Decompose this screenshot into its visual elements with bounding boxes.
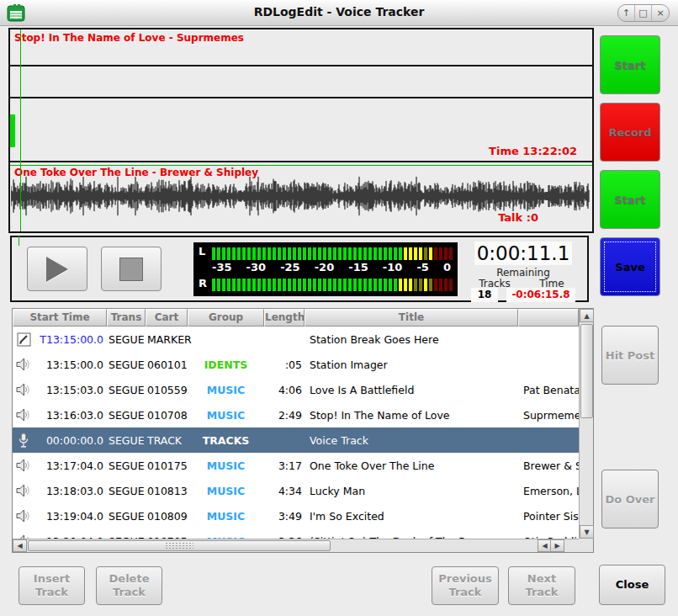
- vertical-scrollbar[interactable]: ▲ ▼: [579, 309, 593, 539]
- remaining-tracks-value: 18: [471, 288, 498, 302]
- meter-segment: [252, 247, 256, 260]
- meter-segment: [262, 247, 266, 260]
- cell-trans: SEGUE: [107, 459, 146, 472]
- meter-segment: [237, 279, 241, 291]
- next-track-button[interactable]: Next Track: [508, 566, 575, 605]
- speaker-icon: [13, 459, 34, 472]
- log-event-table: Start TimeTransCartGroupLengthTitle T13:…: [12, 308, 594, 553]
- table-rows: T13:15:00.0SEGUEMARKERStation Break Goes…: [13, 327, 579, 540]
- cell-cart: TRACK: [146, 434, 188, 447]
- close-window-button[interactable]: ×: [652, 5, 669, 21]
- close-button[interactable]: Close: [599, 565, 665, 605]
- cell-length: 3:49: [264, 510, 305, 523]
- cell-title: One Toke Over The Line: [305, 459, 518, 472]
- column-header-group[interactable]: Group: [188, 309, 264, 327]
- scroll-up-button[interactable]: ▲: [580, 309, 594, 322]
- cell-trans: SEGUE: [107, 333, 146, 346]
- meter-scale-label: -35: [212, 261, 232, 276]
- meter-segment: [222, 279, 225, 291]
- meter-segment: [267, 279, 271, 291]
- meter-segment: [449, 279, 453, 291]
- meter-segment: [343, 279, 347, 291]
- meter-segment: [389, 247, 392, 260]
- title-bar: RDLogEdit - Voice Tracker ↑ □ ×: [0, 0, 678, 26]
- cell-group: MUSIC: [188, 485, 264, 497]
- log-row[interactable]: 00:00:00.0SEGUETRACKTRACKSVoice Track: [13, 427, 579, 453]
- log-row[interactable]: 13:16:03.0SEGUE010708MUSIC2:49Stop! In T…: [13, 402, 579, 427]
- scroll-right-button[interactable]: ▶: [550, 539, 564, 552]
- column-header-start-time[interactable]: Start Time: [13, 309, 107, 327]
- cell-start-time: 13:15:00.0: [34, 358, 107, 371]
- track-boundary-line: [10, 165, 592, 166]
- log-row[interactable]: 13:19:04.0SEGUE010809MUSIC3:49I'm So Exc…: [13, 503, 579, 528]
- column-header-title[interactable]: Title: [305, 309, 518, 327]
- meter-segment: [394, 247, 397, 260]
- meter-scale-label: -30: [246, 261, 267, 276]
- meter-segment: [232, 247, 236, 260]
- delete-track-button[interactable]: Delete Track: [96, 566, 162, 605]
- meter-segment: [273, 279, 276, 291]
- column-header-trans[interactable]: Trans: [107, 309, 146, 327]
- waveform-display: Stop! In The Name of Love - Suprmemes Ti…: [8, 28, 594, 233]
- cell-title: Station Imager: [305, 358, 518, 371]
- meter-segment: [288, 247, 291, 260]
- horizontal-scrollbar[interactable]: ◀ ◀ ▶: [13, 539, 579, 552]
- meter-segment: [414, 247, 417, 260]
- column-header-artist[interactable]: [518, 309, 579, 327]
- window-controls: ↑ □ ×: [617, 4, 670, 22]
- right-meter-segments: [212, 279, 454, 291]
- left-channel-label: L: [199, 245, 210, 258]
- log-row[interactable]: 13:17:04.0SEGUE010175MUSIC3:17One Toke O…: [13, 453, 579, 478]
- meter-segment: [348, 247, 352, 260]
- meter-segment: [303, 279, 306, 291]
- vertical-scroll-thumb[interactable]: [580, 324, 593, 418]
- play-button[interactable]: [27, 247, 87, 291]
- horizontal-scroll-thumb[interactable]: [28, 540, 331, 551]
- remaining-values: 18 -0:06:15.8: [471, 288, 575, 302]
- meter-segment: [278, 279, 281, 291]
- meter-segment: [212, 279, 215, 291]
- meter-segment: [368, 247, 372, 260]
- shade-window-button[interactable]: ↑: [618, 5, 635, 21]
- cell-start-time: T13:15:00.0: [34, 333, 107, 346]
- cell-artist: Pat Benatar: [518, 384, 579, 396]
- scroll-down-button[interactable]: ▼: [580, 525, 594, 539]
- start-track3-button[interactable]: Start: [600, 170, 660, 229]
- cell-cart: 010708: [146, 409, 188, 422]
- cell-group: MUSIC: [188, 510, 264, 523]
- cell-start-time: 13:17:04.0: [34, 459, 107, 472]
- cell-length: 3:17: [264, 459, 305, 472]
- meter-scale: -35-30-25-20-15-10-50: [212, 261, 451, 276]
- log-row[interactable]: T13:15:00.0SEGUEMARKERStation Break Goes…: [13, 327, 579, 352]
- do-over-button[interactable]: Do Over: [601, 470, 659, 528]
- meter-segment: [222, 247, 225, 260]
- log-row[interactable]: 13:15:03.0SEGUE010559MUSIC4:06Love Is A …: [13, 377, 579, 402]
- cell-cart: 060101: [146, 358, 188, 371]
- column-header-length[interactable]: Length: [264, 309, 305, 327]
- log-row[interactable]: 13:15:00.0SEGUE060101IDENTS:05Station Im…: [13, 352, 579, 377]
- scroll-left-button[interactable]: ◀: [13, 539, 27, 552]
- log-row[interactable]: 13:18:03.0SEGUE010813MUSIC4:34Lucky ManE…: [13, 478, 579, 503]
- hit-post-button[interactable]: Hit Post: [601, 326, 659, 385]
- speaker-icon: [13, 484, 34, 497]
- meter-segment: [363, 247, 367, 260]
- stop-button[interactable]: [101, 247, 162, 291]
- maximize-window-button[interactable]: □: [635, 5, 652, 21]
- record-button[interactable]: Record: [600, 103, 660, 162]
- track3-pane: One Toke Over The Line - Brewer & Shiple…: [10, 162, 592, 226]
- save-button[interactable]: Save: [600, 237, 660, 296]
- remaining-time-value: -0:06:15.8: [506, 288, 575, 302]
- cell-trans: SEGUE: [107, 485, 146, 497]
- start-track1-button[interactable]: Start: [600, 35, 660, 94]
- meter-segment: [399, 279, 402, 291]
- track1-pane: Stop! In The Name of Love - Suprmemes: [10, 29, 592, 66]
- meter-segment: [283, 279, 286, 291]
- meter-segment: [358, 279, 362, 291]
- meter-segment: [217, 279, 220, 291]
- cell-artist: Pointer Sisters: [518, 510, 579, 523]
- meter-segment: [429, 279, 432, 291]
- previous-track-button[interactable]: Previous Track: [432, 566, 499, 605]
- column-header-cart[interactable]: Cart: [146, 309, 188, 327]
- meter-segment: [278, 247, 281, 260]
- insert-track-button[interactable]: Insert Track: [19, 566, 85, 605]
